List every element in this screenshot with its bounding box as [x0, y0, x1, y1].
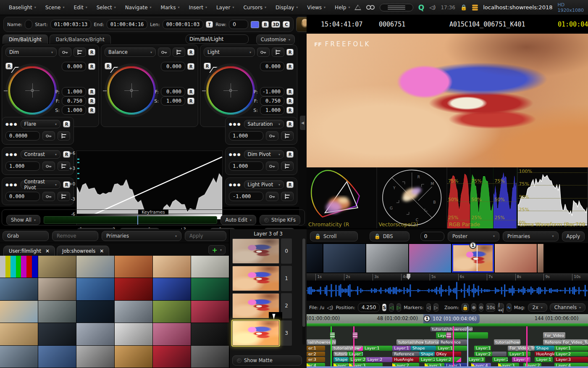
layer-row-2[interactable]: 2	[232, 293, 304, 318]
reset-button[interactable]: R	[286, 151, 294, 158]
gallery-thumbnail[interactable]	[153, 278, 191, 300]
timeline-segment[interactable]: Layer:2	[492, 357, 508, 362]
value-input[interactable]: 0.0000	[5, 131, 40, 140]
timeline-segment[interactable]: For_Video	[543, 332, 566, 339]
menu-views[interactable]: Views▾	[302, 0, 330, 15]
deck-primaries-dropdown[interactable]: Primaries▾	[503, 231, 558, 241]
dots-icon[interactable]: ●●●	[229, 152, 242, 156]
menu-layer[interactable]: Layer▾	[212, 0, 239, 15]
show-all-dropdown[interactable]: Show All▾	[6, 215, 40, 225]
gallery-thumbnail[interactable]	[191, 323, 229, 345]
timeline-segment[interactable]: Shape	[419, 352, 435, 357]
filmstrip-thumbnail[interactable]	[323, 244, 365, 273]
key-icon[interactable]	[266, 192, 278, 201]
gallery-thumbnail[interactable]	[76, 278, 114, 300]
menu-insert[interactable]: Insert▾	[184, 0, 211, 15]
gallery-thumbnail[interactable]	[76, 256, 114, 278]
3d-button[interactable]: 3D	[271, 21, 280, 28]
contrast-pivot-dropdown[interactable]: Contrast Pivot▾	[21, 180, 60, 189]
timeline-segment[interactable]: Shape	[535, 346, 554, 351]
dim-pivot-dropdown[interactable]: Dim Pivot▾	[244, 150, 284, 159]
gallery-thumbnail[interactable]	[0, 301, 38, 323]
menu-display[interactable]: Display▾	[271, 0, 302, 15]
gallery-thumbnail[interactable]	[115, 278, 152, 300]
timeline-segment[interactable]: DKey	[435, 352, 462, 357]
gallery-apply-button[interactable]: Apply	[185, 231, 226, 241]
dots-icon[interactable]: ●●●	[229, 122, 242, 126]
timeline-segment[interactable]: er:2	[307, 352, 325, 357]
progress-slider[interactable]	[380, 4, 413, 11]
timeline-marker[interactable]	[453, 326, 454, 368]
param-value-input[interactable]: 0.750	[62, 96, 86, 106]
name-input[interactable]	[25, 20, 32, 29]
layer-index[interactable]: 0	[281, 238, 292, 264]
layer-row-1[interactable]: 1	[232, 266, 304, 291]
gallery-thumbnail[interactable]	[38, 256, 76, 278]
param-reset-button[interactable]: R	[286, 98, 294, 104]
timeline-tracks[interactable]: tutorial/showreel/selected_LayerFor_Vide…	[307, 326, 588, 368]
menu-scene[interactable]: Scene▾	[41, 0, 69, 15]
value-input[interactable]: 1.000	[229, 131, 263, 140]
key-icon[interactable]	[42, 192, 55, 201]
timeline-segment[interactable]: Reference	[392, 352, 419, 357]
timeline-segment[interactable]: Layer:1	[474, 346, 491, 351]
histogram-icon[interactable]	[281, 161, 294, 171]
filmstrip-thumbnail[interactable]: 1	[452, 244, 494, 273]
timeline-ruler[interactable]: (01:00:00:00)48 (01:00:02:00)144 (01:00:…	[307, 314, 588, 323]
layers-scrollbar[interactable]	[302, 238, 305, 344]
filmstrip-thumbnail[interactable]	[366, 244, 408, 273]
tab-user-filmlight[interactable]: User:filmlight✕	[3, 246, 55, 256]
end-input[interactable]: 01:00:04:16	[107, 20, 147, 29]
auto-edit-dropdown[interactable]: Auto Edit▾	[220, 215, 256, 225]
document-icon[interactable]	[446, 332, 452, 339]
timeline-segment[interactable]: Layer:2	[366, 357, 393, 362]
timeline-segment[interactable]: tutorial/s	[423, 339, 439, 345]
param-reset-button[interactable]: R	[286, 88, 294, 95]
timeline-segment[interactable]: tutorial/showreel/selected_	[430, 327, 473, 331]
histogram-icon[interactable]	[173, 48, 185, 57]
grab-button[interactable]: Grab	[3, 231, 49, 241]
document-icon[interactable]	[352, 332, 358, 339]
gallery-thumbnail[interactable]	[0, 346, 38, 368]
step-forward-button[interactable]: ▷	[396, 303, 402, 312]
param-value-input[interactable]: 0.750	[260, 96, 284, 106]
gallery-thumbnail[interactable]	[38, 323, 76, 345]
step-back-button[interactable]: ◁	[389, 303, 394, 312]
gallery-primaries-dropdown[interactable]: Primaries▾	[102, 231, 181, 241]
audio-waveform[interactable]	[307, 281, 588, 301]
light-wheel[interactable]	[204, 64, 257, 117]
value-input[interactable]: -1.000	[229, 192, 263, 201]
param-value-input[interactable]: 0.000	[161, 87, 185, 96]
timeline-playhead[interactable]	[467, 326, 468, 368]
timeline-segment[interactable]: Reference	[543, 339, 562, 345]
master-reset-button[interactable]: R	[187, 63, 194, 70]
stripe-kfs-toggle[interactable]: Stripe KFs	[260, 215, 300, 225]
deck-apply-button[interactable]: Apply	[562, 231, 585, 241]
param-value-input[interactable]: 1.000	[62, 106, 86, 115]
scroll-button[interactable]: 🔒Scroll	[310, 231, 358, 241]
gallery-thumbnail[interactable]	[115, 346, 152, 368]
reset-button[interactable]: R	[286, 181, 294, 188]
mag-dropdown[interactable]: 2x▾	[528, 303, 547, 312]
saturation-dropdown[interactable]: Saturation▾	[244, 120, 284, 128]
channels-dropdown[interactable]: Channels▾	[550, 303, 585, 312]
dim-wheel[interactable]	[5, 64, 59, 117]
audio-speaker-icon[interactable]: ◁)	[327, 304, 333, 311]
timeline-segment[interactable]: Layer:2	[474, 352, 493, 357]
value-input[interactable]: 1.000	[229, 161, 263, 171]
keyframes-track[interactable]	[44, 216, 217, 224]
keyframes-playhead[interactable]	[137, 215, 138, 225]
balance-wheel[interactable]	[105, 64, 158, 117]
dots-icon[interactable]: ●●●	[229, 183, 242, 187]
dim-reset-all-button[interactable]: R	[88, 49, 95, 56]
layer-index[interactable]: 3	[281, 320, 292, 346]
waveform-mode-button[interactable]: ∿	[507, 303, 512, 312]
menu-cursors[interactable]: Cursors▾	[239, 0, 271, 15]
luma-waveform-scope[interactable]: 100%75%50%25%0% Luma Waveform (Rec709	[518, 167, 588, 228]
gallery-thumbnail[interactable]	[0, 278, 38, 300]
gallery-thumbnail[interactable]	[153, 323, 191, 345]
timeline-segment[interactable]: Layer:1	[436, 346, 467, 351]
marker-prev-button[interactable]: ◁	[426, 303, 431, 312]
key-icon[interactable]	[266, 161, 278, 171]
b-button[interactable]: B	[262, 21, 269, 28]
